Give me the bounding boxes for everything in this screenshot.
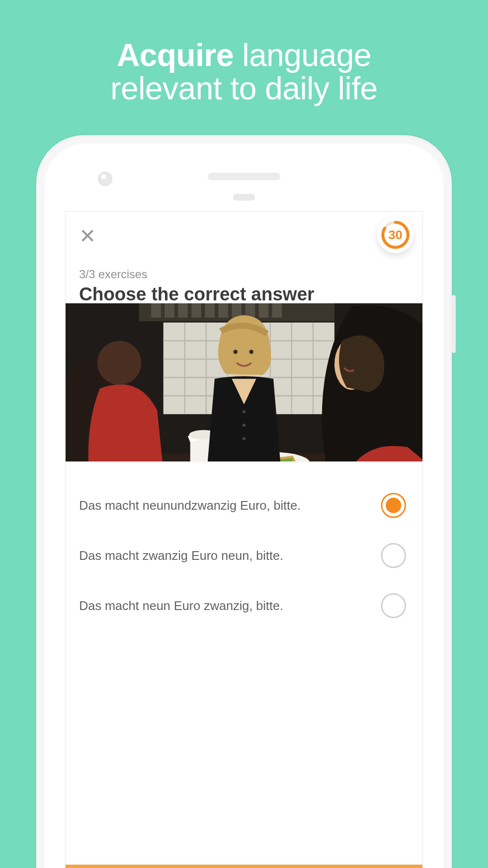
headline-line-2: relevant to daily life: [110, 70, 378, 106]
phone-frame: ✕ 30 3/3 exercises Choose the correct an…: [36, 135, 452, 868]
exercise-header: ✕ 30 3/3 exercises Choose the correct an…: [66, 212, 422, 303]
phone-bezel: ✕ 30 3/3 exercises Choose the correct an…: [45, 144, 443, 868]
svg-rect-22: [232, 303, 242, 318]
phone-side-button: [452, 295, 456, 353]
option-text: Das macht zwanzig Euro neun, bitte.: [79, 548, 381, 563]
option-text: Das macht neunundzwanzig Euro, bitte.: [79, 498, 381, 513]
svg-point-39: [233, 350, 238, 354]
exercise-progress: 3/3 exercises: [79, 268, 409, 281]
answer-option-2[interactable]: Das macht zwanzig Euro neun, bitte.: [79, 530, 409, 581]
radio-icon: [381, 593, 406, 618]
headline-bold: Acquire: [117, 37, 233, 73]
svg-point-40: [249, 350, 254, 354]
timer-ring-icon: [381, 220, 410, 249]
option-text: Das macht neun Euro zwanzig, bitte.: [79, 598, 381, 613]
svg-rect-18: [178, 303, 188, 318]
svg-point-43: [243, 437, 245, 440]
phone-speaker-icon: [208, 173, 280, 180]
svg-rect-24: [258, 303, 268, 318]
answer-options: Das macht neunundzwanzig Euro, bitte. Da…: [66, 462, 422, 865]
marketing-headline: Acquire language relevant to daily life: [0, 0, 488, 106]
video-still-icon: [66, 303, 422, 461]
answer-option-3[interactable]: Das macht neun Euro zwanzig, bitte.: [79, 581, 409, 631]
close-icon: ✕: [79, 225, 96, 247]
svg-rect-19: [191, 303, 201, 318]
svg-rect-16: [151, 303, 161, 318]
svg-point-41: [243, 410, 245, 413]
question-title: Choose the correct answer: [79, 284, 409, 305]
close-button[interactable]: ✕: [75, 222, 100, 250]
phone-sensor-icon: [233, 194, 255, 201]
svg-point-42: [243, 424, 245, 427]
answer-option-1[interactable]: Das macht neunundzwanzig Euro, bitte.: [79, 480, 409, 530]
lesson-video[interactable]: [66, 303, 422, 461]
svg-point-37: [97, 341, 141, 385]
radio-icon: [381, 493, 406, 518]
svg-rect-20: [205, 303, 215, 318]
app-screen: ✕ 30 3/3 exercises Choose the correct an…: [65, 211, 423, 868]
svg-rect-17: [164, 303, 174, 318]
timer-badge: 30: [377, 217, 414, 253]
svg-rect-21: [218, 303, 228, 318]
radio-icon: [381, 543, 406, 568]
svg-rect-25: [272, 303, 282, 318]
check-button[interactable]: CHECK: [66, 865, 422, 868]
phone-camera-icon: [98, 172, 112, 186]
headline-rest-1: language: [233, 37, 371, 73]
